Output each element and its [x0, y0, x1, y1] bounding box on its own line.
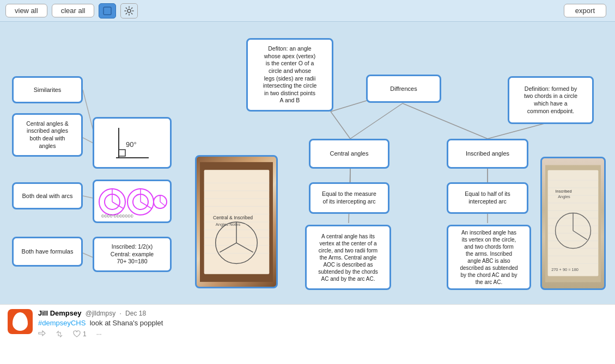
tweet-content: Jill Dempsey @jlldmpsy · Dec 18 #dempsey…	[38, 309, 607, 338]
retweet-button[interactable]	[56, 330, 63, 338]
node-circles-image[interactable]: ©©©© ©©©©©©©	[93, 180, 172, 223]
heart-icon	[73, 330, 81, 338]
node-equal-intercepting[interactable]: Equal to the measureof its intercepting …	[309, 182, 389, 214]
node-formula[interactable]: Inscribed: 1/2(x)Central: example70+ 30=…	[93, 237, 172, 272]
reply-icon	[38, 330, 46, 338]
tweet-date: Dec 18	[125, 310, 146, 317]
svg-text:Angles Notes: Angles Notes	[216, 221, 241, 226]
svg-line-10	[488, 122, 549, 139]
svg-text:Angles: Angles	[558, 194, 570, 199]
node-definition-center[interactable]: Defiton: an anglewhose apex (vertex)is t…	[246, 38, 333, 112]
svg-text:©©©© ©©©©©©©: ©©©© ©©©©©©©	[101, 214, 134, 218]
like-button[interactable]: 1	[73, 330, 87, 338]
node-central-inscribed-def[interactable]: Central angles &inscribed anglesboth dea…	[12, 113, 83, 157]
svg-line-9	[403, 103, 488, 139]
color-picker-button[interactable]	[99, 3, 116, 18]
node-central-angles[interactable]: Central angles	[309, 139, 389, 169]
node-inscribed-angles[interactable]: Inscribed angles	[447, 139, 528, 169]
node-differences[interactable]: Diffrences	[366, 75, 441, 103]
toolbar: view all clear all export	[0, 0, 615, 22]
tweet-actions: 1 ···	[38, 330, 607, 338]
svg-line-29	[160, 202, 166, 206]
tweet-header: Jill Dempsey @jlldmpsy · Dec 18	[38, 309, 607, 317]
node-notebook-photo[interactable]: Central & Inscribed Angles Notes	[195, 155, 278, 288]
tweet-username: Jill Dempsey	[38, 309, 82, 317]
node-definition-chord[interactable]: Definition: formed bytwo chords in a cir…	[508, 76, 594, 124]
avatar-egg-icon	[13, 312, 28, 331]
svg-rect-0	[103, 7, 111, 15]
svg-text:Inscribed: Inscribed	[556, 189, 572, 194]
more-icon: ···	[96, 330, 102, 338]
retweet-icon	[56, 330, 63, 338]
more-button[interactable]: ···	[96, 330, 102, 338]
node-both-arcs[interactable]: Both deal with arcs	[12, 182, 83, 209]
settings-button[interactable]	[120, 3, 138, 18]
node-angle-image[interactable]: 90°	[93, 117, 172, 169]
tweet-body: #dempseyCHS look at Shana's popplet	[38, 319, 607, 327]
svg-text:90°: 90°	[126, 140, 137, 149]
svg-line-7	[331, 112, 350, 139]
node-both-formulas[interactable]: Both have formulas	[12, 237, 83, 267]
twitter-strip: Jill Dempsey @jlldmpsy · Dec 18 #dempsey…	[0, 304, 615, 364]
export-button[interactable]: export	[564, 4, 606, 17]
svg-line-8	[350, 103, 403, 139]
svg-text:Central & Inscribed: Central & Inscribed	[213, 215, 253, 220]
tweet-text-content: look at Shana's popplet	[90, 319, 163, 327]
svg-rect-17	[119, 150, 125, 156]
node-right-photo[interactable]: Inscribed Angles 270 + 90 = 180	[540, 157, 606, 290]
reply-button[interactable]	[38, 330, 46, 338]
avatar	[8, 309, 33, 334]
like-count: 1	[83, 330, 87, 338]
node-inscribed-desc[interactable]: An inscribed angle hasits vertex on the …	[447, 225, 531, 290]
tweet-hashtag[interactable]: #dempseyCHS	[38, 319, 86, 327]
node-equal-half[interactable]: Equal to half of itsintercepted arc	[447, 182, 528, 214]
svg-point-1	[127, 9, 131, 13]
clear-all-button[interactable]: clear all	[52, 4, 95, 17]
node-central-desc[interactable]: A central angle has itsvertex at the cen…	[305, 225, 391, 290]
svg-text:270 + 90 = 180: 270 + 90 = 180	[551, 267, 579, 272]
view-all-button[interactable]: view all	[5, 4, 47, 17]
node-similarities[interactable]: Similarites	[12, 76, 83, 103]
tweet-handle: @jlldmpsy	[86, 310, 116, 317]
canvas: Similarites Central angles &inscribed an…	[0, 22, 615, 304]
tweet-separator: ·	[120, 310, 121, 317]
